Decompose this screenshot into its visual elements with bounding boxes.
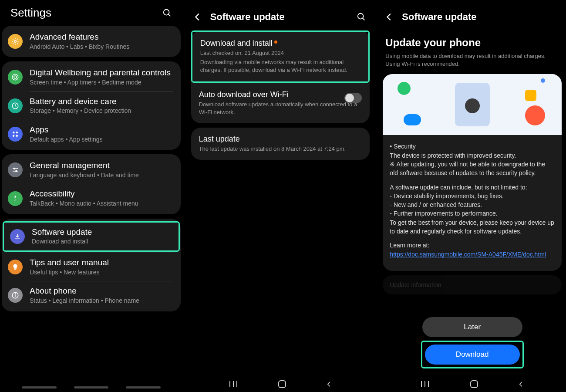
svg-line-20 — [363, 18, 365, 20]
setting-sub: Download and install — [32, 237, 172, 246]
nav-pill — [74, 386, 109, 389]
update-heading: Update your phone — [383, 30, 562, 52]
update-info-card[interactable]: Update information — [383, 275, 562, 294]
svg-point-4 — [14, 76, 17, 78]
svg-rect-24 — [279, 381, 286, 388]
recents-icon[interactable] — [420, 380, 430, 388]
setting-title: Advanced features — [30, 32, 175, 43]
svg-rect-28 — [471, 381, 478, 388]
include-list: - Device stability improvements, bug fix… — [390, 193, 503, 217]
battery-icon — [8, 98, 23, 113]
settings-panel: Settings Advanced features Android Auto … — [0, 0, 182, 392]
page-title: Software update — [210, 11, 349, 23]
svg-point-2 — [14, 41, 17, 43]
page-title: Software update — [402, 11, 558, 23]
svg-point-19 — [358, 14, 364, 19]
update-body: • Security The device is protected with … — [383, 135, 562, 271]
security-line1: The device is protected with improved se… — [390, 152, 516, 159]
settings-group: Software update Download and install Tip… — [2, 219, 181, 311]
svg-point-12 — [13, 168, 15, 169]
svg-point-7 — [16, 132, 18, 134]
dot-icon — [541, 78, 545, 83]
setting-item-digital-wellbeing-and-parental-controls[interactable]: Digital Wellbeing and parental controls … — [2, 63, 181, 91]
setting-item-general-management[interactable]: General management Language and keyboard… — [2, 156, 181, 184]
security-line2: ※ After updating, you will not be able t… — [390, 161, 545, 176]
page-title: Settings — [10, 6, 51, 20]
svg-point-14 — [15, 196, 16, 197]
update-desc: Using mobile data to download may result… — [383, 52, 562, 74]
phone-icon — [398, 82, 411, 95]
option-sub: Last checked on: 21 August 2024 — [200, 49, 361, 57]
back-nav-icon[interactable] — [326, 380, 333, 389]
settings-group: Advanced features Android Auto • Labs • … — [2, 26, 181, 57]
last-update-sub: The last update was installed on 8 March… — [199, 145, 362, 153]
action-buttons: Later Download — [378, 314, 566, 372]
back-nav-icon[interactable] — [518, 380, 525, 389]
wifi-toggle[interactable] — [344, 93, 362, 103]
setting-title: Apps — [30, 125, 175, 135]
home-icon[interactable] — [278, 380, 286, 389]
update-details-panel: Software update Update your phone Using … — [378, 0, 566, 392]
gallery-icon — [525, 90, 536, 101]
nav-bar — [0, 386, 182, 389]
setting-sub: Android Auto • Labs • Bixby Routines — [30, 43, 175, 51]
setting-sub: Default apps • App settings — [30, 135, 175, 144]
svg-point-8 — [13, 135, 15, 137]
learn-more-label: Learn more at: — [390, 242, 429, 249]
flower-icon — [525, 105, 545, 125]
chat-icon — [404, 114, 421, 125]
setting-sub: Screen time • App timers • Bedtime mode — [30, 78, 175, 87]
setting-item-apps[interactable]: Apps Default apps • App settings — [2, 120, 181, 148]
last-update-title: Last update — [199, 135, 240, 144]
setting-item-about-phone[interactable]: About phone Status • Legal information •… — [2, 281, 181, 309]
best-text: To get the best from your device, please… — [390, 219, 554, 235]
settings-header: Settings — [2, 4, 181, 26]
update-option-download-and-install[interactable]: Download and installLast checked on: 21 … — [191, 30, 370, 83]
info-icon — [8, 288, 23, 303]
setting-sub: Useful tips • New features — [30, 268, 175, 277]
back-icon[interactable] — [193, 12, 202, 22]
search-icon[interactable] — [162, 8, 172, 18]
setting-title: General management — [30, 160, 175, 171]
update-options-card: Download and installLast checked on: 21 … — [191, 30, 370, 123]
svg-point-6 — [13, 132, 15, 134]
download-button[interactable]: Download — [425, 345, 520, 365]
nav-bar — [378, 380, 566, 389]
sub-header: Software update — [383, 9, 562, 30]
sub-header: Software update — [191, 9, 370, 30]
option-title: Download and install — [200, 39, 277, 48]
svg-point-0 — [163, 9, 169, 15]
setting-item-battery-and-device-care[interactable]: Battery and device care Storage • Memory… — [2, 92, 181, 120]
search-icon[interactable] — [357, 12, 366, 22]
option-sub: Downloading via mobile networks may resu… — [200, 58, 361, 74]
learn-more-link[interactable]: https://doc.samsungmobile.com/SM-A045F/X… — [390, 251, 546, 258]
gear-icon — [8, 34, 23, 49]
back-icon[interactable] — [384, 12, 394, 22]
setting-title: Battery and device care — [30, 96, 175, 107]
software-update-panel: Software update Download and installLast… — [187, 0, 374, 392]
option-title: Auto download over Wi-Fi — [199, 90, 289, 99]
settings-group: General management Language and keyboard… — [2, 154, 181, 214]
security-heading: • Security — [390, 143, 415, 150]
setting-item-tips-and-user-manual[interactable]: Tips and user manual Useful tips • New f… — [2, 253, 181, 281]
update-option-auto-download-over-wi-fi[interactable]: Auto download over Wi-FiDownload softwar… — [191, 83, 370, 123]
setting-item-software-update[interactable]: Software update Download and install — [3, 221, 180, 252]
setting-item-accessibility[interactable]: Accessibility TalkBack • Mono audio • As… — [2, 184, 181, 212]
setting-title: Software update — [32, 227, 172, 238]
setting-title: Digital Wellbeing and parental controls — [30, 68, 175, 78]
setting-sub: Status • Legal information • Phone name — [30, 297, 175, 305]
svg-point-13 — [16, 171, 17, 172]
setting-sub: TalkBack • Mono audio • Assistant menu — [30, 199, 175, 208]
home-icon[interactable] — [470, 380, 478, 389]
later-button[interactable]: Later — [422, 317, 522, 337]
download-icon — [10, 229, 25, 244]
setting-sub: Storage • Memory • Device protection — [30, 107, 175, 115]
setting-item-advanced-features[interactable]: Advanced features Android Auto • Labs • … — [2, 27, 181, 55]
update-illustration — [383, 74, 562, 135]
svg-line-1 — [168, 14, 170, 16]
recents-icon[interactable] — [228, 380, 239, 388]
option-sub: Download software updates automatically … — [199, 101, 362, 116]
last-update-card[interactable]: Last update The last update was installe… — [191, 128, 370, 160]
apps-icon — [8, 127, 23, 142]
update-card: • Security The device is protected with … — [383, 74, 562, 271]
